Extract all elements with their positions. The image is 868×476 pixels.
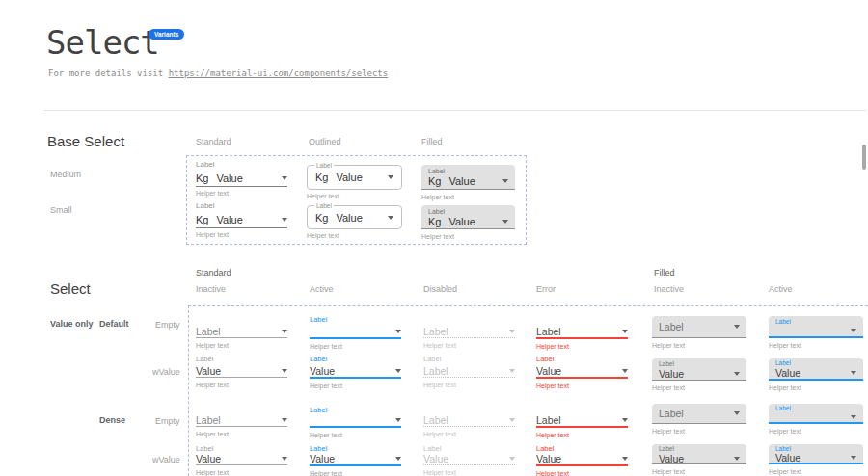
select-filled-inactive-empty[interactable]: Label Helper text <box>652 316 746 349</box>
select-value-row[interactable] <box>310 325 401 339</box>
select-value-row[interactable]: Value <box>536 453 628 466</box>
helper-text: Helper text <box>652 384 746 391</box>
select-value-row[interactable]: Label <box>536 325 628 339</box>
base-filled-medium-select[interactable]: Label Kg Value Helper text <box>421 165 515 200</box>
dropdown-arrow-icon <box>388 216 393 220</box>
select-filled-active-wvalue[interactable]: Label Value Helper text <box>769 358 863 391</box>
select-value-row[interactable]: Label Value <box>652 358 746 381</box>
dropdown-arrow-icon <box>622 457 628 461</box>
select-standard-inactive-empty[interactable]: Label Helper text <box>196 314 287 349</box>
select-dense-standard-error-wvalue[interactable]: Label Value Helper text <box>536 443 628 476</box>
select-standard-error-wvalue[interactable]: Label Value Helper text <box>536 354 628 389</box>
dropdown-arrow-icon <box>502 179 508 183</box>
select-adornment: Kg <box>196 172 208 184</box>
select-value-row[interactable]: Value <box>196 364 287 378</box>
select-standard-active-empty[interactable]: Label Helper text <box>310 314 401 350</box>
select-value-row[interactable]: Kg Value <box>196 171 287 187</box>
select-value: Value <box>536 365 561 377</box>
row-label-dense: Dense <box>99 415 125 425</box>
select-value-row[interactable]: Label Value <box>769 444 863 464</box>
select-label-caption: Label <box>775 317 856 326</box>
select-dense-standard-active-empty[interactable]: Label Helper text <box>310 405 401 438</box>
dropdown-arrow-icon <box>851 456 856 460</box>
select-value: Label <box>423 365 448 377</box>
dropdown-arrow-icon <box>282 218 287 222</box>
select-label-caption <box>423 314 515 325</box>
select-value-row[interactable]: Label Value <box>769 358 863 381</box>
select-value-row[interactable]: Value <box>310 453 401 466</box>
select-value-row[interactable]: Value <box>310 364 401 379</box>
select-dense-filled-inactive-empty[interactable]: Label Helper text <box>652 404 746 435</box>
base-standard-medium-select[interactable]: Label Kg Value Helper text <box>196 159 287 197</box>
select-value-row[interactable]: Label Kg Value <box>421 205 515 229</box>
select-value-row[interactable]: Label <box>652 404 746 424</box>
select-dense-standard-active-wvalue[interactable]: Label Value Helper text <box>310 443 401 476</box>
helper-text: Helper text <box>196 342 287 349</box>
select-filled-inactive-wvalue[interactable]: Label Value Helper text <box>652 358 746 391</box>
select-standard-inactive-wvalue[interactable]: Label Value Helper text <box>196 354 287 388</box>
select-label-caption <box>536 405 628 414</box>
vertical-scrollbar-thumb[interactable] <box>862 145 866 170</box>
column-header-outlined: Outlined <box>309 137 341 146</box>
base-outlined-medium-select[interactable]: Label Kg Value Helper text <box>307 165 402 199</box>
select-value-row[interactable]: Label <box>769 404 863 424</box>
dropdown-arrow-icon <box>509 369 515 373</box>
column-header-filled-active: Active <box>769 284 793 294</box>
select-value-row[interactable]: Kg Value <box>196 212 287 228</box>
row-label-default: Default <box>99 319 129 329</box>
select-value-row: Label <box>423 325 515 338</box>
select-value: Label <box>423 414 448 426</box>
select-value: Value <box>216 214 242 225</box>
select-value: Value <box>310 365 335 377</box>
select-label-caption <box>423 405 515 414</box>
helper-text: Helper text <box>421 233 515 240</box>
select-value: Value <box>196 365 221 377</box>
select-value: Value <box>775 367 800 379</box>
dropdown-arrow-icon <box>388 175 393 179</box>
select-dense-filled-inactive-wvalue[interactable]: Label Value Helper text <box>652 444 746 475</box>
select-dense-standard-inactive-wvalue[interactable]: Label Value Helper text <box>196 443 287 476</box>
select-dense-filled-active-empty[interactable]: Label Helper text <box>769 404 863 435</box>
dropdown-arrow-icon <box>734 411 740 415</box>
column-header-error: Error <box>536 284 556 294</box>
helper-text: Helper text <box>536 383 628 389</box>
select-value-row[interactable]: Label Value <box>652 444 746 464</box>
select-value-row[interactable]: Label Kg Value <box>307 165 402 190</box>
helper-text: Helper text <box>652 428 746 435</box>
helper-text: Helper text <box>196 231 287 238</box>
base-filled-small-select[interactable]: Label Kg Value Helper text <box>421 205 515 240</box>
select-value-row[interactable]: Label <box>196 325 287 338</box>
select-adornment: Kg <box>315 212 328 224</box>
column-header-standard: Standard <box>196 137 231 146</box>
base-standard-small-select[interactable]: Label Kg Value Helper text <box>196 200 287 238</box>
select-dense-standard-inactive-empty[interactable]: Label Helper text <box>196 405 287 437</box>
select-value-row[interactable] <box>310 414 401 428</box>
row-label-value-only: Value only <box>50 319 94 329</box>
select-story-outline-left <box>188 305 189 476</box>
select-value-row[interactable]: Label <box>196 414 287 427</box>
select-value-row[interactable]: Label <box>536 414 628 428</box>
select-dense-standard-error-empty[interactable]: Label Helper text <box>536 405 628 438</box>
dropdown-arrow-icon <box>851 371 856 375</box>
row-label-empty: Empty <box>155 320 180 330</box>
select-value-row[interactable]: Value <box>196 453 287 465</box>
select-standard-active-wvalue[interactable]: Label Value Helper text <box>310 354 401 389</box>
helper-text: Helper text <box>769 428 863 435</box>
select-value-row[interactable]: Label <box>652 316 746 338</box>
helper-text: Helper text <box>536 343 628 350</box>
base-outlined-small-select[interactable]: Label Kg Value Helper text <box>307 205 402 239</box>
select-value: Label <box>196 414 221 426</box>
select-value: Value <box>336 212 362 224</box>
select-filled-active-empty[interactable]: Label Helper text <box>769 316 863 349</box>
dropdown-arrow-icon <box>622 369 628 373</box>
select-value-row[interactable]: Label <box>769 316 863 338</box>
dropdown-arrow-icon <box>282 176 287 180</box>
select-value-row[interactable]: Label Kg Value <box>421 165 515 190</box>
select-dense-filled-active-wvalue[interactable]: Label Value Helper text <box>769 444 863 475</box>
select-value-row[interactable]: Value <box>536 364 628 379</box>
select-value-row[interactable]: Label Kg Value <box>307 205 402 229</box>
docs-link[interactable]: https://material-ui.com/components/selec… <box>169 68 389 78</box>
select-label-caption: Label <box>310 405 401 414</box>
select-value: Label <box>423 326 448 337</box>
select-standard-error-empty[interactable]: Label Helper text <box>536 314 628 350</box>
